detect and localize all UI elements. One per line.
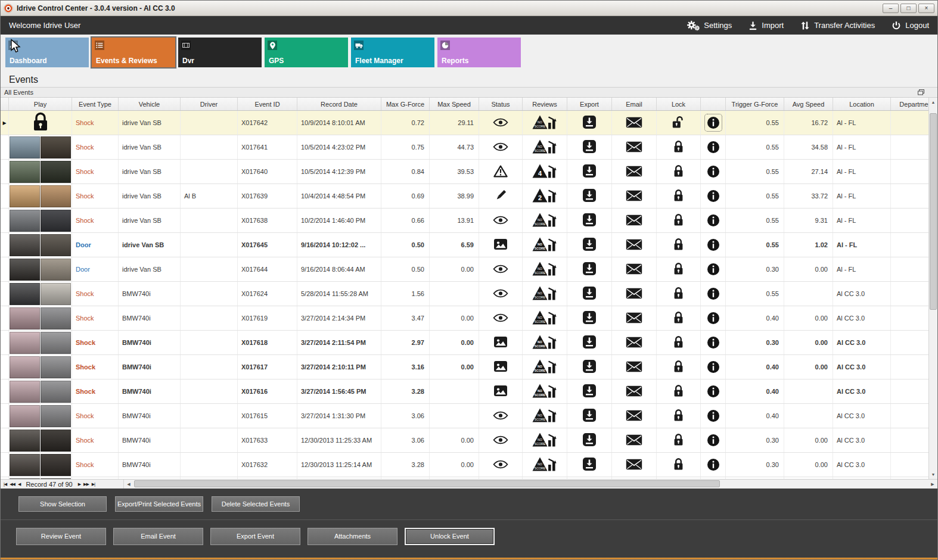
column-header-trigger-g-force[interactable]: Trigger G-Force	[726, 98, 784, 110]
reviews-cell[interactable]: 2	[523, 184, 567, 208]
export-cell[interactable]	[567, 306, 612, 330]
event-thumbnail[interactable]	[10, 185, 71, 207]
email-cell[interactable]	[612, 404, 657, 428]
email-cell[interactable]	[612, 135, 657, 159]
status-cell[interactable]	[479, 306, 523, 330]
grid-row[interactable]: ShockBMW740iX0176163/27/2014 1:56:45 PM3…	[1, 379, 937, 404]
status-cell[interactable]	[479, 135, 523, 159]
reviews-cell[interactable]: NOSCORE	[523, 257, 567, 281]
export-event-button[interactable]: Export Event	[210, 528, 300, 545]
lock-cell[interactable]	[657, 379, 701, 403]
column-header-location[interactable]: Location	[833, 98, 891, 110]
export-cell[interactable]	[567, 209, 612, 232]
lock-cell[interactable]	[657, 160, 701, 183]
column-header-max-speed[interactable]: Max Speed	[430, 98, 479, 110]
status-cell[interactable]	[479, 477, 523, 479]
group-bar[interactable]: All Events	[1, 87, 937, 98]
lock-cell[interactable]	[657, 111, 701, 135]
export-cell[interactable]	[567, 477, 612, 479]
lock-cell[interactable]	[657, 135, 701, 159]
play-cell[interactable]	[9, 184, 72, 208]
event-thumbnail[interactable]	[10, 234, 71, 256]
export-cell[interactable]	[567, 379, 612, 403]
column-header-vehicle[interactable]: Vehicle	[119, 98, 181, 110]
reviews-cell[interactable]: NOSCORE	[523, 233, 567, 257]
scroll-up-icon[interactable]: ▲	[929, 98, 937, 107]
export-cell[interactable]	[567, 135, 612, 159]
status-cell[interactable]	[479, 379, 523, 403]
play-cell[interactable]	[9, 331, 72, 354]
event-thumbnail[interactable]	[10, 430, 71, 452]
review-event-button[interactable]: Review Event	[16, 528, 106, 545]
vertical-scroll-thumb[interactable]	[930, 113, 937, 310]
play-cell[interactable]	[9, 355, 72, 379]
grid-row[interactable]: ShockBMW740iX0176193/27/2014 2:14:34 PM3…	[1, 306, 937, 331]
tile-reports[interactable]: Reports	[437, 38, 521, 67]
reviews-cell[interactable]: NOSCORE	[523, 282, 567, 306]
email-cell[interactable]	[612, 477, 657, 479]
tile-events-reviews[interactable]: Events & Reviews	[92, 38, 175, 67]
close-button[interactable]: ×	[918, 4, 934, 13]
export-cell[interactable]	[567, 160, 612, 183]
vertical-scrollbar[interactable]: ▲ ▼	[928, 98, 937, 479]
settings-button[interactable]: Settings	[687, 20, 732, 31]
column-header-col-13[interactable]	[701, 98, 726, 110]
info-cell[interactable]	[701, 379, 726, 403]
column-header-play[interactable]: Play	[9, 98, 72, 110]
lock-cell[interactable]	[657, 184, 701, 208]
column-header-event-id[interactable]: Event ID	[238, 98, 297, 110]
tile-fleet-manager[interactable]: Fleet Manager	[351, 38, 434, 67]
grid-row[interactable]: ShockBMW740iX0176245/28/2014 11:55:28 AM…	[1, 282, 937, 306]
email-cell[interactable]	[612, 331, 657, 354]
email-cell[interactable]	[612, 209, 657, 232]
reviews-cell[interactable]: NOSCORE	[523, 453, 567, 477]
reviews-cell[interactable]: NOSCORE	[523, 135, 567, 159]
import-button[interactable]: Import	[748, 21, 784, 30]
delete-selected-events-button[interactable]: Delete Selected Events	[212, 496, 300, 512]
grid-row[interactable]: ShockBMW740iX0176173/27/2014 2:10:11 PM3…	[1, 355, 937, 379]
email-cell[interactable]	[612, 160, 657, 183]
lock-cell[interactable]	[657, 282, 701, 306]
column-header-driver[interactable]: Driver	[181, 98, 238, 110]
email-cell[interactable]	[612, 282, 657, 306]
event-thumbnail[interactable]	[10, 356, 71, 378]
reviews-cell[interactable]: NOSCORE	[523, 355, 567, 379]
lock-cell[interactable]	[657, 306, 701, 330]
grid-row[interactable]: ShockBMW740iX0176183/27/2014 2:11:54 PM2…	[1, 331, 937, 355]
status-cell[interactable]	[479, 111, 523, 135]
grid-row[interactable]: ShockBMW740iX0176153/27/2014 1:31:30 PM3…	[1, 404, 937, 428]
tile-gps[interactable]: GPS	[265, 38, 348, 67]
tile-dvr[interactable]: Dvr	[178, 38, 262, 67]
email-event-button[interactable]: Email Event	[113, 528, 203, 545]
info-cell[interactable]	[701, 160, 726, 183]
play-cell[interactable]	[9, 135, 72, 159]
column-header-record-date[interactable]: Record Date	[297, 98, 381, 110]
play-cell[interactable]	[9, 428, 72, 452]
info-cell[interactable]	[701, 355, 726, 379]
status-cell[interactable]	[479, 331, 523, 354]
event-thumbnail[interactable]	[10, 405, 71, 427]
export-cell[interactable]	[567, 453, 612, 477]
email-cell[interactable]	[612, 428, 657, 452]
email-cell[interactable]	[612, 111, 657, 135]
info-cell[interactable]	[701, 306, 726, 330]
event-thumbnail[interactable]	[10, 210, 71, 232]
export-print-selected-events-button[interactable]: Export/Print Selected Events	[115, 496, 203, 512]
status-cell[interactable]	[479, 233, 523, 257]
export-cell[interactable]	[567, 233, 612, 257]
prev-record-button[interactable]: ◀	[18, 482, 20, 487]
maximize-button[interactable]: □	[900, 4, 917, 13]
export-cell[interactable]	[567, 355, 612, 379]
email-cell[interactable]	[612, 306, 657, 330]
reviews-cell[interactable]: 4	[523, 160, 567, 183]
status-cell[interactable]	[479, 184, 523, 208]
restore-panel-icon[interactable]	[918, 89, 924, 95]
status-cell[interactable]	[479, 453, 523, 477]
info-cell[interactable]	[701, 477, 726, 479]
next-record-button[interactable]: ▶	[78, 482, 80, 487]
first-record-button[interactable]: |◀	[4, 482, 7, 487]
play-cell[interactable]	[9, 404, 72, 428]
scroll-right-icon[interactable]: ▶	[928, 480, 937, 489]
event-thumbnail[interactable]	[10, 332, 71, 354]
column-header-max-g-force[interactable]: Max G-Force	[381, 98, 430, 110]
